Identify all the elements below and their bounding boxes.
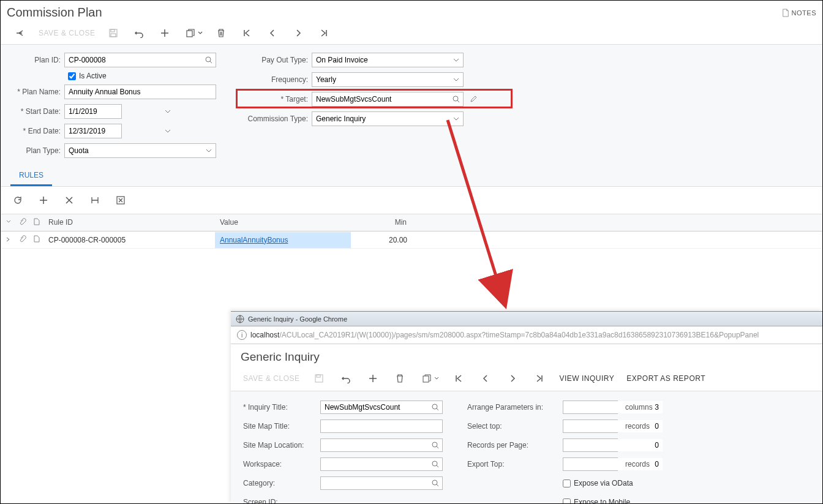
site-map-title-field[interactable] [320, 419, 443, 433]
doc-icon[interactable] [29, 231, 43, 248]
chevron-down-icon[interactable] [198, 31, 203, 36]
add-button[interactable] [157, 26, 172, 40]
gi-copy-button[interactable] [419, 371, 434, 386]
delete-row-button[interactable] [63, 193, 75, 208]
chevron-down-icon[interactable] [449, 115, 463, 122]
expand-icon[interactable] [1, 232, 14, 248]
plan-type-input[interactable] [65, 144, 202, 157]
end-date-field[interactable] [64, 124, 122, 138]
chevron-down-icon[interactable] [449, 76, 463, 83]
gi-add-button[interactable] [366, 371, 380, 386]
workspace-label: Workspace: [243, 460, 317, 468]
export-report-button[interactable]: EXPORT AS REPORT [626, 374, 705, 383]
col-rule-id[interactable]: Rule ID [43, 214, 215, 231]
plan-id-field[interactable] [64, 53, 216, 67]
export-button[interactable] [115, 193, 127, 208]
records-page-field[interactable] [563, 438, 618, 452]
svg-point-15 [432, 480, 437, 485]
notes-label: NOTES [792, 9, 816, 17]
gi-last-button[interactable] [532, 371, 547, 386]
plan-name-field[interactable] [64, 85, 216, 99]
gi-save-close-button[interactable]: SAVE & CLOSE [243, 374, 299, 383]
value-link[interactable]: AnnualAnnuityBonus [220, 236, 288, 244]
workspace-field[interactable] [320, 457, 443, 471]
save-close-button[interactable]: SAVE & CLOSE [39, 29, 95, 37]
tab-rules[interactable]: RULES [10, 166, 52, 186]
inquiry-title-input[interactable] [321, 401, 429, 413]
search-icon[interactable] [429, 461, 442, 468]
plan-name-input[interactable] [65, 85, 216, 99]
gi-undo-button[interactable] [339, 371, 353, 386]
svg-point-14 [432, 461, 437, 466]
col-expand[interactable] [1, 214, 14, 231]
commission-type-input[interactable] [312, 112, 449, 126]
expose-mobile-checkbox[interactable] [563, 498, 571, 505]
col-doc[interactable] [29, 214, 43, 231]
gi-first-button[interactable] [451, 371, 466, 386]
chevron-down-icon[interactable] [164, 108, 171, 115]
refresh-button[interactable] [12, 193, 24, 208]
gi-delete-button[interactable] [393, 371, 407, 386]
save-button[interactable] [106, 26, 121, 40]
arrange-field[interactable] [563, 401, 618, 414]
value-cell[interactable]: AnnualAnnuityBonus [215, 232, 351, 248]
plan-id-input[interactable] [65, 53, 202, 67]
next-button[interactable] [291, 26, 306, 40]
is-active-checkbox[interactable] [68, 72, 76, 80]
site-map-location-input[interactable] [321, 439, 429, 451]
start-date-field[interactable] [64, 104, 122, 119]
add-row-button[interactable] [37, 193, 50, 208]
chrome-url: localhost/ACULocal_CA2019R1/(W(10000))/p… [250, 331, 759, 339]
search-icon[interactable] [202, 56, 216, 64]
pay-out-input[interactable] [312, 53, 449, 67]
category-input[interactable] [321, 477, 429, 489]
workspace-input[interactable] [321, 458, 429, 470]
delete-button[interactable] [214, 26, 228, 40]
gi-save-button[interactable] [312, 371, 326, 386]
site-map-title-input[interactable] [321, 420, 442, 432]
table-row[interactable]: CP-000008-CR-000005 AnnualAnnuityBonus 2… [1, 231, 822, 249]
site-map-title-label: Site Map Title: [243, 422, 317, 431]
info-icon[interactable]: i [237, 330, 247, 340]
category-field[interactable] [320, 476, 443, 490]
plan-type-field[interactable] [64, 143, 216, 158]
commission-type-label: Commission Type: [241, 115, 308, 123]
search-icon[interactable] [429, 404, 442, 411]
last-button[interactable] [317, 26, 331, 40]
first-button[interactable] [239, 26, 254, 40]
col-min[interactable]: Min [351, 214, 412, 231]
undo-button[interactable] [132, 26, 146, 40]
search-icon[interactable] [429, 442, 442, 449]
col-value[interactable]: Value [215, 214, 351, 231]
export-top-field[interactable] [563, 457, 618, 471]
gi-next-button[interactable] [505, 371, 520, 386]
fit-button[interactable] [89, 193, 101, 208]
chevron-down-icon[interactable] [202, 147, 216, 154]
view-inquiry-button[interactable]: VIEW INQUIRY [559, 374, 614, 383]
chevron-down-icon[interactable] [449, 56, 463, 64]
prev-button[interactable] [265, 26, 280, 40]
gi-prev-button[interactable] [478, 371, 493, 386]
search-icon[interactable] [429, 480, 442, 487]
commission-type-field[interactable] [312, 111, 464, 126]
attachment-icon[interactable] [14, 231, 29, 248]
start-date-input[interactable] [65, 105, 164, 118]
chevron-down-icon[interactable] [434, 376, 439, 381]
chrome-address-bar[interactable]: i localhost/ACULocal_CA2019R1/(W(10000))… [231, 326, 822, 344]
site-map-location-field[interactable] [320, 438, 443, 452]
expose-odata-checkbox[interactable] [563, 480, 571, 487]
end-date-input[interactable] [65, 124, 164, 138]
pay-out-field[interactable] [312, 53, 464, 67]
frequency-field[interactable] [312, 72, 464, 87]
col-attachment[interactable] [14, 214, 29, 231]
frequency-input[interactable] [312, 73, 449, 86]
svg-rect-10 [317, 375, 320, 377]
records-page-input[interactable] [563, 439, 663, 451]
copy-button[interactable] [183, 26, 198, 40]
min-cell: 20.00 [351, 232, 412, 248]
back-button[interactable] [13, 26, 28, 40]
notes-button[interactable]: NOTES [782, 9, 816, 17]
inquiry-title-field[interactable] [320, 401, 443, 414]
select-top-field[interactable] [563, 419, 618, 433]
chevron-down-icon[interactable] [164, 127, 171, 135]
